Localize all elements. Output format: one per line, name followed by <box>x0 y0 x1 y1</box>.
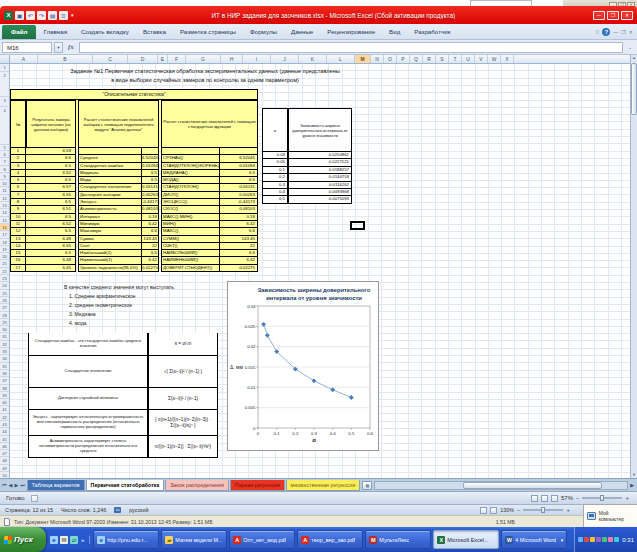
column-header[interactable]: B <box>38 55 93 63</box>
function-label-cell[interactable]: СКОС() <box>161 206 220 213</box>
column-header[interactable]: U <box>462 55 475 63</box>
last-sheet-icon[interactable]: ⏭ <box>20 482 25 489</box>
word-view-icon[interactable] <box>480 507 487 514</box>
word-view-icon2[interactable] <box>490 507 497 514</box>
alpha-row[interactable]: 0.03 0.0254861 <box>262 152 352 159</box>
stat-label-cell[interactable]: Мода <box>78 177 142 184</box>
ribbon-tab[interactable]: Данные <box>284 25 320 39</box>
ribbon-tab[interactable]: Создать вкладку <box>74 25 136 39</box>
start-button[interactable]: Пуск <box>0 527 46 552</box>
header-functions[interactable]: Расчет статистических показателей с помо… <box>161 100 258 148</box>
formula-row[interactable]: Эксцесс - характеризует относительную ос… <box>28 410 218 436</box>
table-row[interactable]: 2 6.6 Среднее 6.52045 СРЗНАЧ() 6.52045 <box>10 155 258 162</box>
formula-cell[interactable]: n/((n−1)(n−2)) · Σ((xᵢ−x̄)³/s³) <box>148 436 218 458</box>
doc-restore-icon[interactable]: ❐ <box>621 29 625 35</box>
zoom-level[interactable]: 57% <box>561 495 573 501</box>
column-header[interactable]: W <box>488 55 501 63</box>
stat-label-cell[interactable]: Сумма <box>78 236 142 243</box>
row-header[interactable]: 38 <box>0 385 9 392</box>
header-values[interactable]: Результаты замера ширины катания (по дан… <box>26 100 76 148</box>
row-header[interactable]: 41 <box>0 406 9 413</box>
table-row[interactable]: 5 6.5 Мода 6.5 МОДА() 6.5 <box>10 177 258 184</box>
measurement-cell[interactable]: 6.5 <box>26 199 76 206</box>
sheet-tab[interactable]: множественная регрессия <box>286 480 361 491</box>
word-zoom-level[interactable]: 130% <box>500 507 514 513</box>
horizontal-scroll-thumb[interactable] <box>463 482 602 489</box>
row-number-cell[interactable]: 6 <box>10 184 26 191</box>
width-cell[interactable]: 0.0227521 <box>288 159 352 166</box>
measurement-cell[interactable]: 6.6 <box>26 155 76 162</box>
row-header[interactable]: 35 <box>0 363 9 370</box>
alpha-cell[interactable]: 0.4 <box>262 189 288 196</box>
row-header[interactable]: 45 <box>0 436 9 443</box>
tray-icon-2[interactable] <box>584 537 589 542</box>
select-all-corner[interactable] <box>0 55 10 63</box>
tray-icon-5[interactable] <box>602 537 607 542</box>
stat-value-cell[interactable]: 0.00263 <box>142 192 159 199</box>
stat-value-cell[interactable]: 0.05131 <box>142 184 159 191</box>
table-row[interactable]: 15 6.5 Наибольший(1) 6.6 НАИБОЛЬШИЙ() 6.… <box>10 250 258 257</box>
row-header[interactable]: 27 <box>0 304 9 311</box>
row-header[interactable]: 11 <box>0 187 9 194</box>
function-value-cell[interactable]: -0.44173 <box>220 199 258 206</box>
function-value-cell[interactable]: 6.52045 <box>220 155 258 162</box>
help-icon[interactable]: ? <box>602 28 610 36</box>
expand-formula-bar-icon[interactable]: ⌄ <box>625 45 635 50</box>
taskbar-button[interactable]: A теор_вер_зао.pdf ▾ <box>297 530 363 549</box>
first-sheet-icon[interactable]: ⏮ <box>2 482 7 489</box>
row-header[interactable]: 34 <box>0 355 9 362</box>
macro-record-icon[interactable] <box>31 495 38 502</box>
row-header[interactable]: 17 <box>0 231 9 238</box>
function-label-cell[interactable]: СТАНДОТКЛОН()/КОРЕНЬ(22) <box>161 163 220 170</box>
ribbon-tab[interactable]: Рецензирование <box>320 25 382 39</box>
column-header[interactable]: V <box>475 55 488 63</box>
stat-label-cell[interactable]: Счет <box>78 243 142 250</box>
row-number-cell[interactable]: 15 <box>10 250 26 257</box>
alpha-row[interactable]: 0.2 0.0144759 <box>262 174 352 181</box>
stat-value-cell[interactable]: 143.45 <box>142 236 159 243</box>
tray-icon-7[interactable] <box>614 537 619 542</box>
row-number-cell[interactable]: 5 <box>10 177 26 184</box>
column-header[interactable]: R <box>423 55 436 63</box>
function-value-cell[interactable]: 6.5 <box>220 170 258 177</box>
column-header[interactable]: F <box>168 55 186 63</box>
horizontal-scrollbar[interactable] <box>374 481 628 490</box>
taskbar-button[interactable]: e http://pnu.edu.r... ▾ <box>93 530 159 549</box>
word-zoom-out-icon[interactable]: − <box>517 507 521 513</box>
formula-cell[interactable]: { n(n+1)/((n−1)(n−2)(n−3)) · Σ((xᵢ−x̄)/s… <box>148 410 218 436</box>
measurement-cell[interactable]: 6.55 <box>26 192 76 199</box>
doc-minimize-icon[interactable]: — <box>613 29 618 35</box>
alpha-row[interactable]: 0.3 0.0116262 <box>262 182 352 189</box>
stat-value-cell[interactable] <box>142 148 159 155</box>
measurement-cell[interactable]: 6.5 <box>26 163 76 170</box>
name-box[interactable]: M16 <box>2 42 52 53</box>
column-header[interactable]: X <box>501 55 514 63</box>
function-label-cell[interactable]: ДОВЕРИТ.СТЬЮДЕНТ() <box>161 265 220 272</box>
word-language[interactable]: русский <box>129 507 148 513</box>
name-box-dropdown-icon[interactable]: ▼ <box>54 42 63 53</box>
row-number-cell[interactable]: 9 <box>10 206 26 213</box>
measurement-cell[interactable]: 6.5 <box>26 214 76 221</box>
ribbon-tab[interactable]: Главная <box>36 25 74 39</box>
measurement-cell[interactable]: 6.48 <box>26 236 76 243</box>
column-header[interactable]: E <box>158 55 168 63</box>
alpha-cell[interactable]: 0.1 <box>262 167 288 174</box>
row-header[interactable]: 29 <box>0 319 9 326</box>
row-header[interactable]: 22 <box>0 268 9 275</box>
ribbon-tab[interactable]: Разработчик <box>407 25 457 39</box>
stat-value-cell[interactable]: 6.5 <box>142 170 159 177</box>
function-label-cell[interactable]: НАИБОЛЬШИЙ() <box>161 250 220 257</box>
alpha-cell[interactable]: 0.3 <box>262 182 288 189</box>
row-header[interactable]: 1 <box>0 64 9 72</box>
table-row[interactable]: 17 6.45 Уровень надежности(95.0%) 0.0227… <box>10 265 258 272</box>
column-header[interactable]: P <box>397 55 410 63</box>
my-computer-panel[interactable]: Мой компьютер <box>583 504 637 527</box>
function-value-cell[interactable]: 0.18 <box>220 214 258 221</box>
row-header[interactable]: 48 <box>0 457 9 464</box>
row-header[interactable]: 24 <box>0 282 9 289</box>
column-header[interactable]: I <box>243 55 271 63</box>
section-banner[interactable]: "Описательная статистика" <box>10 89 258 100</box>
function-label-cell[interactable]: МИН() <box>161 221 220 228</box>
row-header[interactable]: 43 <box>0 421 9 428</box>
function-label-cell[interactable] <box>161 148 220 155</box>
